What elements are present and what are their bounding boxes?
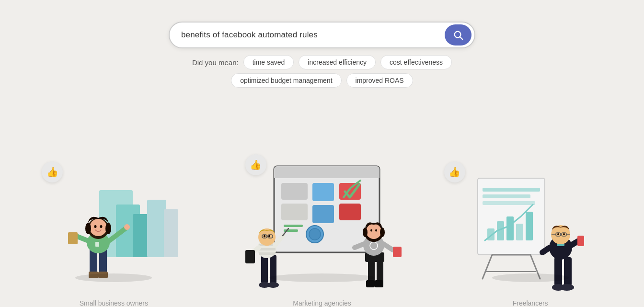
svg-rect-5	[147, 200, 166, 257]
svg-rect-58	[375, 280, 383, 287]
chip-increased-efficiency[interactable]: increased efficiency	[299, 55, 376, 69]
svg-rect-73	[483, 201, 535, 205]
svg-line-1	[460, 37, 462, 39]
svg-rect-6	[164, 209, 178, 257]
svg-rect-12	[95, 242, 99, 247]
search-query-text: benefits of facebook automated rules	[181, 30, 445, 40]
svg-rect-16	[68, 232, 78, 244]
svg-rect-74	[487, 228, 494, 240]
svg-line-89	[542, 248, 550, 252]
freelancers-label: Freelancers	[513, 299, 548, 307]
svg-rect-84	[564, 257, 572, 286]
svg-rect-30	[312, 183, 334, 201]
marketing-scene: 👍	[226, 152, 418, 296]
svg-point-39	[267, 282, 279, 288]
did-you-mean-label: Did you mean:	[192, 58, 239, 67]
svg-point-86	[560, 284, 574, 291]
svg-rect-42	[259, 248, 276, 250]
svg-rect-72	[483, 194, 530, 198]
svg-point-20	[105, 223, 111, 234]
svg-point-18	[90, 219, 107, 236]
svg-rect-36	[261, 255, 268, 284]
svg-point-35	[309, 228, 321, 240]
svg-rect-27	[281, 204, 308, 220]
search-section: benefits of facebook automated rules Did…	[0, 22, 644, 88]
suggestions-row-2: optimized budget management improved ROA…	[231, 73, 413, 88]
svg-rect-28	[284, 225, 303, 227]
small-biz-label: Small business owners	[80, 299, 148, 307]
search-bar: benefits of facebook automated rules	[169, 22, 475, 48]
thumbs-bubble-freelancers: 👍	[444, 161, 465, 182]
svg-point-65	[363, 227, 368, 237]
svg-point-22	[100, 225, 103, 228]
freelancers-scene: 👍	[454, 157, 607, 296]
svg-rect-31	[312, 205, 334, 223]
svg-rect-43	[259, 252, 276, 255]
svg-line-62	[383, 244, 393, 250]
svg-point-66	[380, 227, 385, 237]
svg-rect-69	[393, 247, 402, 257]
svg-point-21	[94, 225, 97, 228]
search-icon	[453, 30, 463, 40]
svg-point-19	[85, 223, 91, 234]
svg-rect-91	[577, 236, 584, 246]
search-button[interactable]	[445, 24, 472, 45]
svg-line-79	[483, 255, 492, 279]
svg-point-98	[557, 233, 559, 235]
illustration-small-business: 👍	[37, 157, 190, 307]
suggestions-row-1: Did you mean: time saved increased effic…	[192, 55, 452, 69]
svg-point-68	[375, 229, 377, 232]
svg-rect-33	[339, 204, 361, 220]
thumbs-bubble-small-biz: 👍	[42, 161, 63, 182]
chip-time-saved[interactable]: time saved	[243, 55, 294, 69]
shadow-freelancers	[492, 273, 569, 282]
svg-rect-83	[554, 257, 562, 286]
illustrations-row: 👍	[0, 97, 644, 307]
chip-optimized-budget[interactable]: optimized budget management	[231, 73, 341, 88]
svg-point-67	[370, 229, 372, 232]
svg-rect-71	[483, 188, 540, 192]
marketing-label: Marketing agencies	[293, 299, 351, 307]
svg-rect-57	[366, 280, 375, 287]
illustration-marketing: 👍	[226, 152, 418, 307]
chip-cost-effectiveness[interactable]: cost effectiveness	[380, 55, 452, 69]
shadow-small-biz	[75, 273, 152, 282]
svg-point-99	[563, 233, 565, 235]
svg-point-15	[124, 224, 130, 230]
suggestions-wrapper: Did you mean: time saved increased effic…	[192, 55, 452, 88]
svg-rect-26	[281, 183, 308, 200]
svg-rect-78	[526, 212, 533, 240]
svg-rect-25	[274, 173, 380, 178]
chip-improved-roas[interactable]: improved ROAS	[346, 73, 413, 88]
thumbs-bubble-marketing: 👍	[245, 154, 266, 175]
small-biz-scene: 👍	[37, 157, 190, 296]
illustration-freelancers: 👍	[454, 157, 607, 307]
svg-rect-75	[497, 221, 504, 240]
shadow-marketing	[269, 273, 375, 282]
svg-rect-45	[245, 250, 255, 263]
svg-point-50	[268, 235, 270, 238]
svg-point-64	[366, 224, 381, 239]
svg-rect-77	[516, 224, 523, 240]
svg-rect-76	[506, 216, 514, 240]
svg-point-49	[264, 235, 265, 238]
